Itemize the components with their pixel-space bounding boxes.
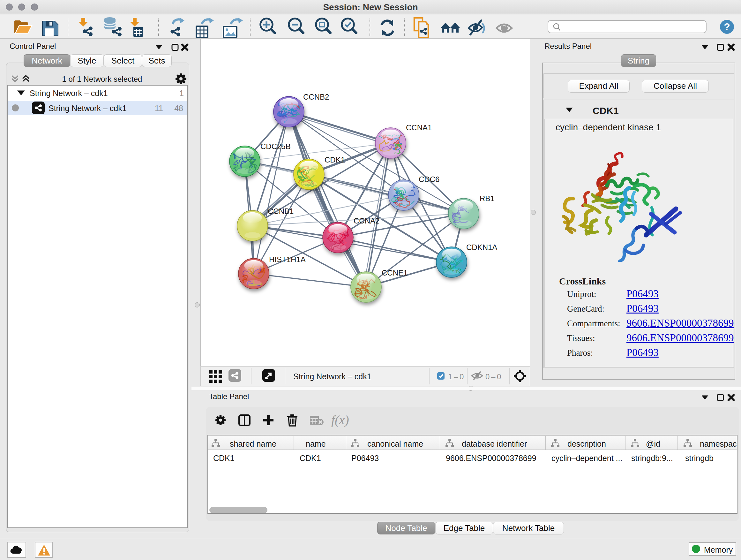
svg-text:CDKN1A: CDKN1A [466,243,497,252]
svg-text:CCNA2: CCNA2 [354,216,380,225]
svg-text:HIST1H1A: HIST1H1A [269,255,306,264]
svg-text:CDC6: CDC6 [419,175,440,184]
svg-text:CCNB1: CCNB1 [268,207,293,215]
svg-text:CDC25B: CDC25B [260,142,291,151]
svg-text:RB1: RB1 [480,194,495,203]
svg-text:CCNE1: CCNE1 [382,268,408,277]
svg-text:CCNA1: CCNA1 [406,123,432,132]
svg-text:CDK1: CDK1 [325,155,345,164]
svg-text:CCNB2: CCNB2 [303,92,329,101]
